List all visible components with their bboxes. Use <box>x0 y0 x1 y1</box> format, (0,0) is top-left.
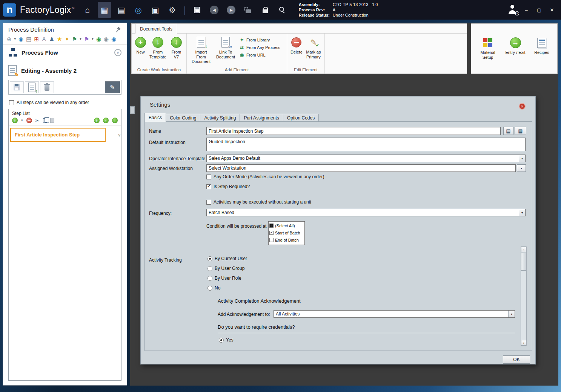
no-unit-row[interactable]: Activities may be executed without start… <box>206 199 311 205</box>
remove-step-icon[interactable] <box>26 118 32 123</box>
edit-mode-button[interactable]: ✎ <box>105 81 120 93</box>
scrollbar-thumb[interactable] <box>521 253 526 271</box>
workstation-dropdown-button[interactable]: ▾ <box>517 164 526 172</box>
globe-icon[interactable]: ◉ <box>18 36 23 42</box>
add-step-icon[interactable]: + <box>12 118 18 123</box>
ok-button[interactable]: OK <box>503 355 530 364</box>
add-step-dropdown-icon[interactable]: ▾ <box>21 119 23 122</box>
link-to-document-button[interactable]: ∞ Link To Document <box>214 35 237 67</box>
cut-icon[interactable]: ✂ <box>35 118 40 123</box>
process-flow-row[interactable]: Process Flow ∨ <box>3 44 127 60</box>
from-library-button[interactable]: ✦ From Library <box>239 37 280 43</box>
material-setup-button[interactable]: Material Setup <box>477 35 499 60</box>
lock-button[interactable] <box>258 2 272 18</box>
dialog-scrollbar[interactable]: ↑ ↓ <box>521 247 527 346</box>
tab-part-assignments[interactable]: Part Assignments <box>240 114 283 122</box>
person-down-icon[interactable]: ♟ <box>49 36 54 42</box>
paste-step-icon[interactable] <box>50 118 54 123</box>
person-up-icon[interactable]: ♙ <box>41 36 46 42</box>
credentials-yes-row[interactable]: Yes <box>219 337 234 343</box>
tab-activity-splitting[interactable]: Activity Splitting <box>200 114 240 122</box>
print-icon[interactable]: ▤ <box>26 36 31 42</box>
add-dropdown-icon[interactable]: ▾ <box>14 37 16 41</box>
import-from-document-button[interactable]: ↓ Import From Document <box>189 35 214 67</box>
maximize-button[interactable]: ▢ <box>535 7 543 13</box>
minimize-button[interactable]: – <box>523 7 530 13</box>
navigator-button[interactable]: ◎ <box>132 2 145 18</box>
step-item-selected[interactable]: First Article Inspection Step <box>10 128 106 142</box>
collapse-chevron-icon[interactable]: ∨ <box>114 49 121 56</box>
assigned-workstation-select[interactable]: Select Workstation <box>206 164 516 172</box>
star-icon[interactable]: ★ <box>57 36 62 42</box>
panel-collapse-handle[interactable] <box>130 106 135 114</box>
from-template-button[interactable]: ↓ From Template <box>148 35 168 67</box>
start-circle-icon[interactable]: ◉ <box>96 36 101 42</box>
unlock-button[interactable] <box>241 2 255 18</box>
move-step-down-icon[interactable]: ↓ <box>112 118 118 123</box>
mark-as-primary-button[interactable]: ✎✓ Mark as Primary <box>304 35 323 67</box>
save-flow-button[interactable] <box>10 81 24 93</box>
tracking-by-current-user-row[interactable]: By Current User <box>207 256 247 261</box>
condition-option-end-of-batch[interactable]: End of Batch <box>269 236 304 243</box>
save-button[interactable] <box>191 2 204 18</box>
from-v7-button[interactable]: ↓ From V7 <box>168 35 184 67</box>
is-step-required-row[interactable]: Is Step Required? <box>206 184 250 189</box>
expand-tree-icon[interactable]: ⊞ <box>34 36 39 42</box>
move-step-up-icon[interactable]: ↑ <box>103 118 109 123</box>
tracking-no-row[interactable]: No <box>207 285 220 291</box>
process-editor-button[interactable]: ▦ <box>98 2 111 18</box>
tracking-no-radio[interactable] <box>207 286 212 291</box>
search-button[interactable] <box>275 2 289 18</box>
tab-document-tools[interactable]: Document Tools <box>135 24 177 34</box>
condition-option-select-all[interactable]: (Select All) <box>269 222 304 229</box>
close-button[interactable]: ✕ <box>548 7 556 13</box>
acknowledgement-select[interactable]: All Activities ▾ <box>274 310 515 318</box>
delete-flow-button[interactable] <box>40 81 54 93</box>
back-button[interactable]: ◀ <box>207 2 221 18</box>
tracking-by-user-group-row[interactable]: By User Group <box>207 266 244 271</box>
recipes-button[interactable]: Recipes <box>532 35 552 55</box>
keyboard-button[interactable]: ▦ <box>515 127 526 135</box>
copy-pages-button[interactable]: ▣ <box>149 2 162 18</box>
any-order-mode-checkbox[interactable] <box>206 175 211 179</box>
name-input[interactable] <box>206 127 501 135</box>
step-expand-chevron-icon[interactable]: ∨ <box>118 132 121 138</box>
is-step-required-checkbox[interactable] <box>206 184 211 189</box>
no-unit-checkbox[interactable] <box>206 200 211 205</box>
scroll-down-button[interactable]: ↓ <box>521 340 526 346</box>
from-url-button[interactable]: ◉ From URL <box>239 52 280 58</box>
documents-button[interactable]: ▤ <box>115 2 128 18</box>
pause-circle-icon[interactable]: ◉ <box>104 36 109 42</box>
any-order-mode-row[interactable]: Any Order Mode (Activities can be viewed… <box>206 174 324 179</box>
copy-step-icon[interactable] <box>43 118 47 123</box>
order-checkbox-row[interactable]: All steps can be viewed in any order <box>3 98 127 108</box>
new-button[interactable]: + New <box>134 35 148 67</box>
frequency-select[interactable]: Batch Based ▾ <box>206 209 526 216</box>
dialog-close-button[interactable]: ✕ <box>519 103 526 110</box>
condition-option-start-of-batch[interactable]: Start of Batch <box>269 229 304 236</box>
operator-interface-template-select[interactable]: Sales Apps Demo Default ▾ <box>206 155 526 162</box>
delete-element-button[interactable]: Delete <box>289 35 304 67</box>
tracking-by-user-role-row[interactable]: By User Role <box>207 276 241 281</box>
user-button[interactable]: ✕ <box>507 5 517 15</box>
end-of-batch-checkbox[interactable] <box>269 238 274 242</box>
by-user-group-radio[interactable] <box>207 266 212 271</box>
sparkle-icon[interactable]: ✦ <box>65 36 69 42</box>
add-circle-icon[interactable]: ⊕ <box>7 36 12 42</box>
settings-button[interactable]: ⚙ <box>166 2 179 18</box>
purple-flag-icon[interactable]: ⚑ <box>84 36 89 42</box>
tree-dropdown-icon[interactable]: ▾ <box>92 37 94 41</box>
entry-exit-button[interactable]: → Entry / Exit <box>504 35 527 55</box>
credentials-yes-radio[interactable] <box>219 338 224 343</box>
from-any-process-button[interactable]: ⇄ From Any Process <box>239 45 280 50</box>
tab-color-coding[interactable]: Color Coding <box>166 114 200 122</box>
forward-button[interactable]: ▶ <box>224 2 238 18</box>
find-step-icon[interactable]: + <box>94 118 100 123</box>
scroll-up-button[interactable]: ↑ <box>521 247 526 252</box>
home-button[interactable]: ⌂ <box>81 2 94 18</box>
record-circle-icon[interactable]: ◉ <box>111 36 116 42</box>
pin-icon[interactable] <box>116 27 121 32</box>
start-of-batch-checkbox[interactable] <box>269 231 274 235</box>
default-instruction-input[interactable]: Guided Inspection <box>206 138 526 151</box>
select-all-checkbox[interactable] <box>269 224 274 228</box>
